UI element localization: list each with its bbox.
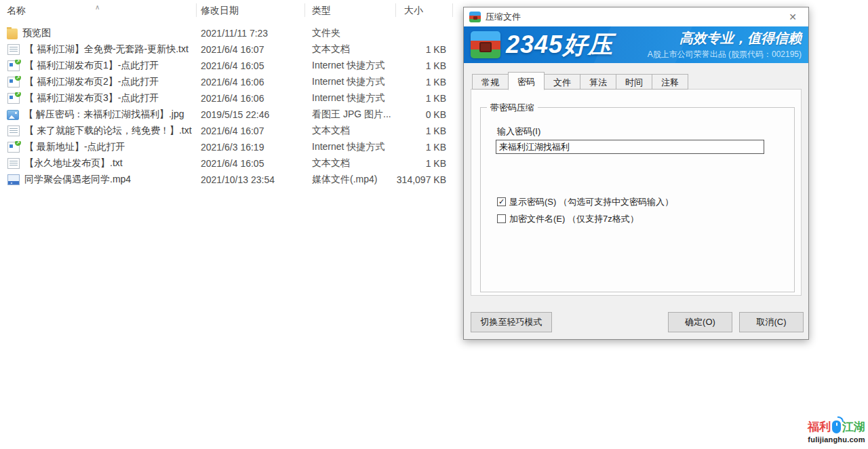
haozip-banner: 2345好压 高效专业，值得信赖 A股上市公司荣誉出品 (股票代码：002195… [464,26,808,63]
show-password-checkbox[interactable]: ✓显示密码(S) （勾选可支持中文密码输入） [497,193,673,210]
tab-password[interactable]: 密码 [508,72,545,90]
checkbox-label: 显示密码(S) （勾选可支持中文密码输入） [509,196,673,208]
mp4-video-icon [7,174,20,185]
file-name: 预览图 [22,27,51,39]
dialog-title: 压缩文件 [486,11,521,23]
file-row[interactable]: 预览图2021/11/11 7:23文件夹 [0,25,461,41]
cancel-button[interactable]: 取消(C) [739,312,804,332]
file-name: 【 福利江湖发布页1】-点此打开 [24,60,159,72]
file-date: 2019/5/15 22:46 [197,109,305,120]
encrypt-filenames-checkbox[interactable]: 加密文件名(E) （仅支持7z格式） [497,210,673,227]
file-type: 文件夹 [305,27,396,39]
file-row[interactable]: 【 福利江湖发布页1】-点此打开2021/6/4 16:05Internet 快… [0,58,461,74]
checked-checkbox-icon: ✓ [497,197,506,206]
switch-lite-mode-button[interactable]: 切换至轻巧模式 [471,312,552,332]
password-groupbox: 带密码压缩 输入密码(I) ✓显示密码(S) （勾选可支持中文密码输入）加密文件… [480,107,795,292]
haozip-app-icon [469,12,481,22]
file-row[interactable]: 【 福利江湖发布页2】-点此打开2021/6/4 16:06Internet 快… [0,74,461,90]
password-input-label: 输入密码(I) [497,125,540,138]
file-type: 文本文档 [305,125,396,137]
file-row[interactable]: 【 来了就能下载的论坛，纯免费！】.txt2021/6/4 16:07文本文档1… [0,123,461,139]
file-date: 2021/6/4 16:07 [197,44,305,55]
file-row[interactable]: 【 解压密码：来福利江湖找福利】.jpg2019/5/15 22:46看图王 J… [0,106,461,123]
url-shortcut-icon [7,142,20,153]
dialog-titlebar[interactable]: 压缩文件 ✕ [464,7,808,26]
ok-button[interactable]: 确定(O) [668,312,732,332]
dialog-tabs: 常规密码文件算法时间注释 [472,71,688,90]
file-name: 【 福利江湖发布页3】-点此打开 [24,92,159,104]
file-date: 2021/6/4 16:07 [197,125,305,136]
file-type: 看图王 JPG 图片... [305,109,396,121]
site-logo-right: 江湖 [842,419,865,435]
text-file-icon [7,158,20,169]
text-file-icon [7,44,20,55]
file-size: 1 KB [396,125,453,136]
file-rows: 预览图2021/11/11 7:23文件夹【 福利江湖】全免费-无套路-更新快.… [0,25,461,188]
password-tab-panel: 带密码压缩 输入密码(I) ✓显示密码(S) （勾选可支持中文密码输入）加密文件… [471,89,802,296]
file-date: 2021/6/4 16:05 [197,60,305,71]
checkbox-group: ✓显示密码(S) （勾选可支持中文密码输入）加密文件名(E) （仅支持7z格式） [497,193,673,227]
banner-slogan: 高效专业，值得信赖 [679,31,802,45]
file-size: 1 KB [396,93,453,104]
file-date: 2021/10/13 23:54 [197,174,305,185]
file-name: 【 最新地址】-点此打开 [24,141,125,153]
file-size: 1 KB [396,142,453,153]
checkbox-label: 加密文件名(E) （仅支持7z格式） [509,213,639,225]
tab-algorithm[interactable]: 算法 [580,74,616,90]
file-type: Internet 快捷方式 [305,92,396,104]
file-type: 文本文档 [305,43,396,56]
site-domain: fulijianghu.com [808,435,865,444]
file-name: 【 福利江湖发布页2】-点此打开 [24,76,159,88]
file-type: Internet 快捷方式 [305,60,396,72]
close-icon[interactable]: ✕ [783,12,803,22]
file-row[interactable]: 【永久地址发布页】.txt2021/6/4 16:05文本文档1 KB [0,155,461,172]
site-logo: 福利 江湖 fulijianghu.com [808,419,865,444]
file-type: 媒体文件(.mp4) [305,174,396,186]
file-name: 【 来了就能下载的论坛，纯免费！】.txt [24,125,192,137]
file-name: 【永久地址发布页】.txt [24,157,123,170]
file-size: 1 KB [396,60,453,71]
tab-time[interactable]: 时间 [616,74,652,90]
password-groupbox-title: 带密码压缩 [487,102,538,114]
file-size: 1 KB [396,158,453,169]
column-header-name[interactable]: 名称 ∧ [7,3,197,17]
tab-general[interactable]: 常规 [472,74,509,90]
banner-subtitle: A股上市公司荣誉出品 (股票代码：002195) [648,50,802,59]
file-row[interactable]: 【 福利江湖发布页3】-点此打开2021/6/4 16:06Internet 快… [0,90,461,106]
file-date: 2021/11/11 7:23 [197,28,305,39]
haozip-logo-icon [471,31,500,58]
file-name: 【 福利江湖】全免费-无套路-更新快.txt [24,43,189,56]
file-date: 2021/6/4 16:06 [197,93,305,104]
file-size: 1 KB [396,44,453,55]
file-row[interactable]: 同学聚会偶遇老同学.mp42021/10/13 23:54媒体文件(.mp4)3… [0,172,461,188]
file-date: 2021/6/4 16:05 [197,158,305,169]
file-row[interactable]: 【 福利江湖】全免费-无套路-更新快.txt2021/6/4 16:07文本文档… [0,41,461,58]
text-file-icon [7,125,20,136]
column-header-name-label: 名称 [7,5,26,16]
desktop: 名称 ∧ 修改日期 类型 大小 预览图2021/11/11 7:23文件夹【 福… [0,0,868,449]
file-size: 314,097 KB [396,174,453,185]
tab-comment[interactable]: 注释 [652,74,688,90]
tab-files[interactable]: 文件 [544,74,580,90]
file-name: 【 解压密码：来福利江湖找福利】.jpg [24,109,184,121]
url-shortcut-icon [7,77,20,87]
folder-icon [7,28,18,39]
password-input[interactable] [496,140,764,154]
file-row[interactable]: 【 最新地址】-点此打开2021/6/3 16:19Internet 快捷方式1… [0,139,461,155]
unchecked-checkbox-icon [497,214,506,223]
column-header-type[interactable]: 类型 [305,3,396,17]
banner-text: 高效专业，值得信赖 A股上市公司荣誉出品 (股票代码：002195) [618,29,802,60]
column-headers: 名称 ∧ 修改日期 类型 大小 [0,3,453,18]
file-date: 2021/6/3 16:19 [197,142,305,153]
file-type: Internet 快捷方式 [305,76,396,88]
column-header-date[interactable]: 修改日期 [197,3,305,17]
compress-dialog: 压缩文件 ✕ 2345好压 高效专业，值得信赖 A股上市公司荣誉出品 (股票代码… [463,7,809,340]
mouse-icon [832,421,841,433]
file-size: 0 KB [396,109,453,120]
site-logo-left: 福利 [808,419,831,435]
brand-name: 2345好压 [506,28,613,62]
sort-ascending-icon: ∧ [95,1,100,14]
column-header-size[interactable]: 大小 [396,3,453,17]
file-type: 文本文档 [305,157,396,170]
jpg-image-icon [7,110,19,120]
